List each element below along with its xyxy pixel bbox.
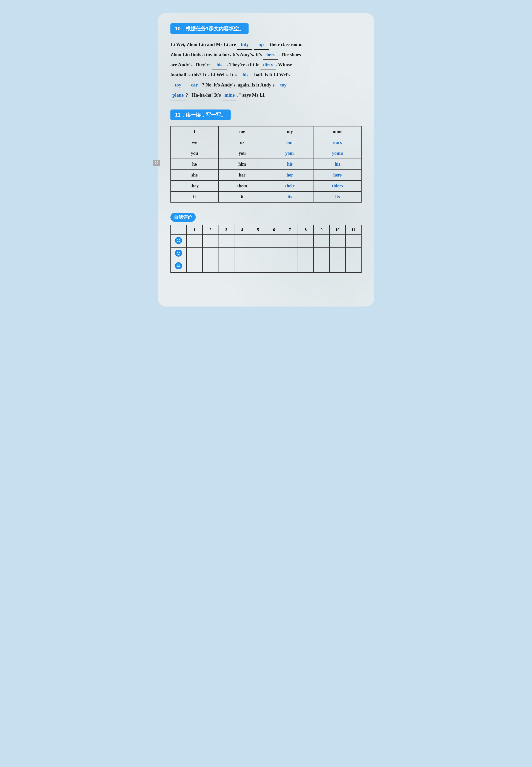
cell-you2: you	[218, 148, 266, 159]
eval-cell-r2-c8[interactable]	[298, 247, 314, 260]
eval-col-10: 10	[329, 225, 345, 235]
eval-cell-r2-c6[interactable]	[266, 247, 282, 260]
passage-text: Li Wei, Zhou Lin and Ms Li are tidy up t…	[170, 40, 362, 100]
table-row-you: you you your yours	[171, 148, 361, 159]
eval-cell-r1-c3[interactable]	[218, 235, 234, 247]
blank-toy2: toy	[276, 80, 291, 90]
eval-cell-r2-c4[interactable]	[234, 247, 250, 260]
passage-line2-before: Zhou Lin finds a toy in a box. It's Amy'…	[170, 52, 263, 57]
eval-cell-r3-c9[interactable]	[314, 260, 329, 273]
eval-cell-r3-c4[interactable]	[234, 260, 250, 273]
cell-hers: hers	[314, 170, 362, 181]
smiley-icon-3	[175, 262, 182, 269]
blank-tidy: tidy	[237, 40, 252, 50]
eval-col-7: 7	[282, 225, 298, 235]
page-number: 20	[153, 160, 160, 166]
passage-line1-before: Li Wei, Zhou Lin and Ms Li are	[170, 42, 237, 47]
eval-row-3	[171, 260, 361, 273]
passage-line5-mid: ? No, it's Andy's, again. Is it Andy's	[202, 82, 276, 87]
eval-cell-r2-c10[interactable]	[329, 247, 345, 260]
passage-line4-after: ball. Is it Li Wei's	[253, 72, 290, 77]
eval-cell-r2-c7[interactable]	[282, 247, 298, 260]
svg-point-1	[177, 239, 178, 240]
eval-cell-r3-c10[interactable]	[329, 260, 345, 273]
eval-cell-r3-c1[interactable]	[187, 260, 203, 273]
eval-cell-r1-c9[interactable]	[314, 235, 329, 247]
header-I: I	[171, 126, 218, 137]
passage-line2-after: . The shoes	[278, 52, 301, 57]
cell-his1: his	[266, 159, 314, 170]
cell-us: us	[218, 137, 266, 148]
eval-cell-r1-c11[interactable]	[345, 235, 361, 247]
cell-our: our	[266, 137, 314, 148]
svg-point-4	[177, 252, 178, 253]
table-row-she: she her her hers	[171, 170, 361, 181]
cell-you1: you	[171, 148, 218, 159]
header-mine: mine	[314, 126, 362, 137]
eval-table: 1 2 3 4 5 6 7 8 9 10 11	[170, 225, 362, 273]
eval-cell-r3-c5[interactable]	[250, 260, 266, 273]
cell-them: them	[218, 181, 266, 191]
eval-header-row: 1 2 3 4 5 6 7 8 9 10 11	[171, 225, 361, 235]
cell-thiers: thiers	[314, 181, 362, 191]
eval-cell-r3-c3[interactable]	[218, 260, 234, 273]
eval-cell-r2-c2[interactable]	[203, 247, 218, 260]
eval-cell-r1-c4[interactable]	[234, 235, 250, 247]
eval-cell-r1-c7[interactable]	[282, 235, 298, 247]
eval-cell-r2-c3[interactable]	[218, 247, 234, 260]
eval-smiley-3	[171, 260, 187, 273]
smiley-icon-1	[175, 237, 182, 244]
cell-his2: his	[314, 159, 362, 170]
blank-his2: his	[238, 70, 253, 80]
passage-line1-after: their classroom.	[269, 42, 303, 47]
passage-line6-after: ." says Ms Li.	[237, 92, 265, 98]
eval-cell-r1-c8[interactable]	[298, 235, 314, 247]
eval-cell-r1-c10[interactable]	[329, 235, 345, 247]
eval-col-2: 2	[203, 225, 218, 235]
passage-line3-before: are Andy's. They're	[170, 62, 212, 67]
section-11: 11．读一读，写一写。 I me my mine we us our ours	[170, 109, 362, 203]
cell-him: him	[218, 159, 266, 170]
blank-his1: his	[212, 60, 227, 70]
eval-cell-r3-c8[interactable]	[298, 260, 314, 273]
eval-cell-r3-c7[interactable]	[282, 260, 298, 273]
eval-cell-r2-c5[interactable]	[250, 247, 266, 260]
svg-point-2	[179, 239, 180, 240]
cell-he: he	[171, 159, 218, 170]
eval-cell-r2-c11[interactable]	[345, 247, 361, 260]
cell-her1: her	[218, 170, 266, 181]
smiley-icon-2	[175, 250, 182, 257]
eval-col-1: 1	[187, 225, 203, 235]
eval-row-2	[171, 247, 361, 260]
eval-cell-r3-c2[interactable]	[203, 260, 218, 273]
svg-point-7	[177, 265, 178, 266]
table-header-row: I me my mine	[171, 126, 361, 137]
svg-point-8	[179, 265, 180, 266]
passage-line6-mid: ? "Ha-ha-ha! It's	[186, 92, 222, 98]
eval-cell-r1-c5[interactable]	[250, 235, 266, 247]
table-row-it: it it its its	[171, 191, 361, 202]
eval-cell-r2-c1[interactable]	[187, 247, 203, 260]
header-me: me	[218, 126, 266, 137]
cell-your: your	[266, 148, 314, 159]
blank-up: up	[254, 40, 269, 50]
svg-point-6	[175, 262, 182, 269]
cell-it1: it	[171, 191, 218, 202]
eval-cell-r1-c1[interactable]	[187, 235, 203, 247]
eval-cell-r1-c6[interactable]	[266, 235, 282, 247]
table-row-they: they them their thiers	[171, 181, 361, 191]
eval-smiley-2	[171, 247, 187, 260]
table-row-he: he him his his	[171, 159, 361, 170]
svg-point-3	[175, 250, 182, 256]
eval-col-3: 3	[218, 225, 234, 235]
eval-cell-r2-c9[interactable]	[314, 247, 329, 260]
eval-cell-r1-c2[interactable]	[203, 235, 218, 247]
blank-car: car	[187, 80, 202, 90]
outer-border: 20 10．根据任务1课文内容填空。 Li Wei, Zhou Lin and …	[155, 10, 377, 314]
eval-cell-r3-c11[interactable]	[345, 260, 361, 273]
table-row-we: we us our ours	[171, 137, 361, 148]
cell-her2: her	[266, 170, 314, 181]
eval-cell-r3-c6[interactable]	[266, 260, 282, 273]
svg-point-0	[175, 237, 182, 244]
cell-she: she	[171, 170, 218, 181]
